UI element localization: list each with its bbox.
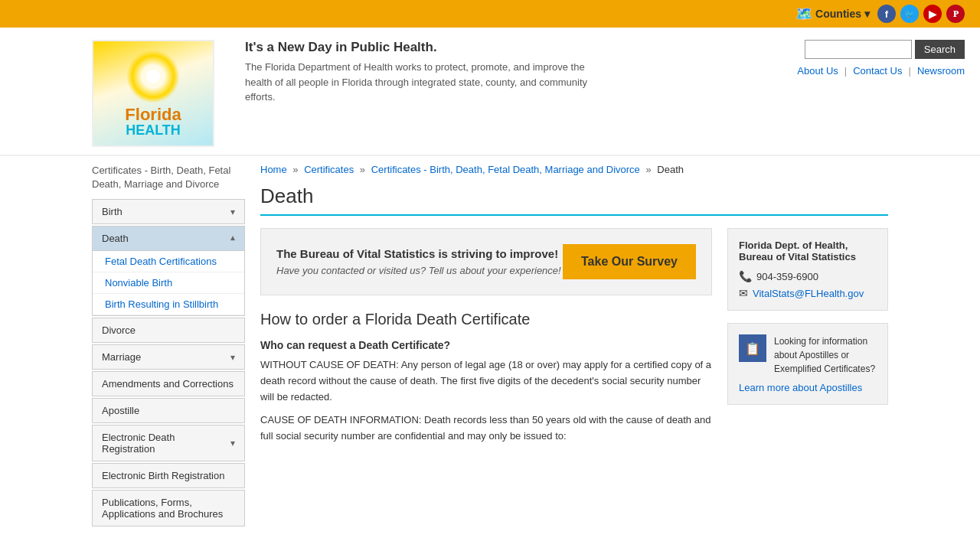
body-para-1: WITHOUT CAUSE OF DEATH: Any person of le… bbox=[260, 357, 712, 405]
phone-row: 📞 904-359-6900 bbox=[739, 270, 877, 282]
apostille-text: Looking for information about Apostilles… bbox=[774, 334, 877, 376]
main: Certificates - Birth, Death, Fetal Death… bbox=[0, 164, 980, 528]
content-body: WITHOUT CAUSE OF DEATH: Any person of le… bbox=[260, 357, 712, 445]
survey-text: The Bureau of Vital Statistics is strivi… bbox=[276, 247, 561, 276]
breadcrumb-sep-1: » bbox=[292, 164, 298, 175]
sidebar-item-ebr[interactable]: Electronic Birth Registration bbox=[92, 463, 245, 488]
info-sidebar: Florida Dept. of Health, Bureau of Vital… bbox=[727, 228, 888, 452]
sidebar-publications-label: Publications, Forms, Applications and Br… bbox=[102, 497, 223, 520]
search-button[interactable]: Search bbox=[915, 40, 965, 59]
chevron-death-icon: ▾ bbox=[230, 233, 235, 244]
phone-number: 904-359-6900 bbox=[756, 271, 818, 282]
sidebar-item-amendments[interactable]: Amendments and Corrections bbox=[92, 371, 245, 396]
about-us-link[interactable]: About Us bbox=[797, 65, 838, 77]
sidebar-item-apostille[interactable]: Apostille bbox=[92, 398, 245, 423]
sidebar-apostille-label: Apostille bbox=[102, 405, 139, 416]
sidebar-stillbirth-link[interactable]: Birth Resulting in Stillbirth bbox=[93, 294, 244, 315]
body-para-2: CAUSE OF DEATH INFORMATION: Death record… bbox=[260, 412, 712, 445]
breadcrumb: Home » Certificates » Certificates - Bir… bbox=[260, 164, 888, 175]
sidebar-amendments-label: Amendments and Corrections bbox=[102, 378, 234, 390]
social-icons: f 🐦 ▶ 𝐏 bbox=[877, 5, 965, 23]
sidebar-edr-header[interactable]: Electronic Death Registration ▾ bbox=[93, 425, 244, 461]
content-area: Home » Certificates » Certificates - Bir… bbox=[260, 164, 888, 528]
breadcrumb-certificates-link[interactable]: Certificates bbox=[304, 164, 354, 175]
sidebar-fetal-death-link[interactable]: Fetal Death Certifications bbox=[93, 251, 244, 272]
main-inner: The Bureau of Vital Statistics is strivi… bbox=[260, 228, 888, 452]
tagline-description: The Florida Department of Health works t… bbox=[245, 60, 597, 105]
search-nav: Search About Us | Contact Us | Newsroom bbox=[796, 40, 965, 77]
survey-heading: The Bureau of Vital Statistics is strivi… bbox=[276, 247, 561, 260]
sidebar-birth-label: Birth bbox=[102, 206, 122, 217]
logo-area: Florida HEALTH bbox=[92, 40, 230, 147]
contact-info-box: Florida Dept. of Health, Bureau of Vital… bbox=[727, 228, 888, 311]
facebook-icon[interactable]: f bbox=[877, 5, 896, 23]
sidebar-item-edr[interactable]: Electronic Death Registration ▾ bbox=[92, 425, 245, 461]
sidebar-title: Certificates - Birth, Death, Fetal Death… bbox=[92, 164, 245, 191]
infobox-title: Florida Dept. of Health, Bureau of Vital… bbox=[739, 240, 877, 262]
apostille-icon: 📋 bbox=[739, 334, 766, 362]
sidebar-birth-header[interactable]: Birth ▾ bbox=[93, 200, 244, 223]
sidebar: Certificates - Birth, Death, Fetal Death… bbox=[92, 164, 245, 528]
apostille-row: 📋 Looking for information about Apostill… bbox=[739, 334, 877, 376]
counties-button[interactable]: 🗺️ Counties ▾ bbox=[795, 5, 870, 22]
email-link[interactable]: VitalStats@FLHealth.gov bbox=[753, 288, 864, 299]
email-icon: ✉ bbox=[739, 287, 748, 299]
sidebar-death-label: Death bbox=[102, 233, 129, 244]
search-input[interactable] bbox=[805, 40, 912, 59]
chevron-down-icon: ▾ bbox=[864, 8, 870, 20]
phone-icon: 📞 bbox=[739, 270, 752, 282]
health-text: HEALTH bbox=[126, 123, 181, 137]
counties-label: Counties bbox=[815, 8, 861, 20]
survey-box: The Bureau of Vital Statistics is strivi… bbox=[260, 228, 712, 295]
sidebar-item-death[interactable]: Death ▾ Fetal Death Certifications Nonvi… bbox=[92, 226, 245, 316]
nav-sep-1: | bbox=[844, 65, 847, 77]
chevron-edr-icon: ▾ bbox=[230, 438, 235, 448]
newsroom-link[interactable]: Newsroom bbox=[917, 65, 965, 77]
breadcrumb-current: Death bbox=[657, 164, 684, 175]
sidebar-marriage-label: Marriage bbox=[102, 351, 141, 363]
breadcrumb-sep-2: » bbox=[360, 164, 365, 175]
sidebar-death-subitems: Fetal Death Certifications Nonviable Bir… bbox=[93, 250, 244, 315]
youtube-icon[interactable]: ▶ bbox=[923, 5, 942, 23]
tagline-area: It's a New Day in Public Health. The Flo… bbox=[230, 40, 796, 105]
sidebar-ebr-label: Electronic Birth Registration bbox=[102, 470, 224, 481]
nav-sep-2: | bbox=[908, 65, 910, 77]
nav-links: About Us | Contact Us | Newsroom bbox=[797, 65, 965, 77]
sub-title: Who can request a Death Certificate? bbox=[260, 339, 712, 351]
search-form: Search bbox=[805, 40, 965, 59]
florida-health-logo: Florida HEALTH bbox=[92, 40, 214, 147]
section-title: How to order a Florida Death Certificate bbox=[260, 311, 712, 328]
top-bar: 🗺️ Counties ▾ f 🐦 ▶ 𝐏 bbox=[0, 0, 980, 28]
sidebar-item-publications[interactable]: Publications, Forms, Applications and Br… bbox=[92, 490, 245, 527]
survey-body: Have you contacted or visited us? Tell u… bbox=[276, 265, 561, 276]
sidebar-edr-label: Electronic Death Registration bbox=[102, 432, 230, 455]
page-title: Death bbox=[260, 184, 888, 216]
main-content: The Bureau of Vital Statistics is strivi… bbox=[260, 228, 712, 452]
florida-text: Florida bbox=[125, 106, 181, 123]
apostille-box: 📋 Looking for information about Apostill… bbox=[727, 323, 888, 405]
sidebar-death-header[interactable]: Death ▾ bbox=[93, 227, 244, 250]
twitter-icon[interactable]: 🐦 bbox=[900, 5, 919, 23]
contact-us-link[interactable]: Contact Us bbox=[853, 65, 902, 77]
map-icon: 🗺️ bbox=[795, 5, 812, 22]
chevron-marriage-icon: ▾ bbox=[230, 352, 235, 363]
sidebar-nonviable-birth-link[interactable]: Nonviable Birth bbox=[93, 272, 244, 294]
apostille-link[interactable]: Learn more about Apostilles bbox=[739, 382, 877, 393]
take-survey-button[interactable]: Take Our Survey bbox=[563, 244, 696, 279]
sidebar-marriage-header[interactable]: Marriage ▾ bbox=[93, 345, 244, 369]
breadcrumb-home-link[interactable]: Home bbox=[260, 164, 287, 175]
sidebar-item-birth[interactable]: Birth ▾ bbox=[92, 199, 245, 224]
chevron-birth-icon: ▾ bbox=[230, 207, 235, 217]
breadcrumb-full-link[interactable]: Certificates - Birth, Death, Fetal Death… bbox=[371, 164, 640, 175]
pinterest-icon[interactable]: 𝐏 bbox=[946, 5, 965, 23]
sidebar-item-divorce[interactable]: Divorce bbox=[92, 318, 245, 343]
tagline-heading: It's a New Day in Public Health. bbox=[245, 40, 781, 55]
email-row: ✉ VitalStats@FLHealth.gov bbox=[739, 287, 877, 299]
sidebar-item-marriage[interactable]: Marriage ▾ bbox=[92, 344, 245, 370]
breadcrumb-sep-3: » bbox=[645, 164, 651, 175]
sidebar-divorce-label: Divorce bbox=[102, 324, 136, 336]
header: Florida HEALTH It's a New Day in Public … bbox=[0, 28, 980, 156]
